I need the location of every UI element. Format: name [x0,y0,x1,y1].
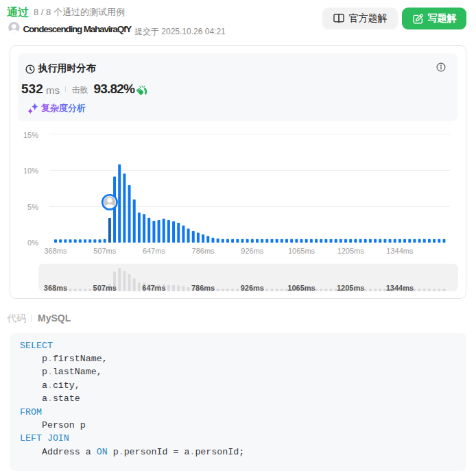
svg-text:786ms: 786ms [191,284,215,292]
svg-text:647ms: 647ms [143,247,166,255]
svg-text:1344ms: 1344ms [386,247,414,255]
svg-text:507ms: 507ms [93,247,117,255]
svg-text:1344ms: 1344ms [386,284,414,292]
svg-text:368ms: 368ms [44,247,67,255]
svg-text:507ms: 507ms [93,284,117,292]
svg-text:1205ms: 1205ms [337,247,365,255]
svg-text:647ms: 647ms [142,284,165,292]
svg-text:926ms: 926ms [241,247,264,255]
svg-text:1205ms: 1205ms [337,284,364,292]
svg-text:368ms: 368ms [44,284,67,292]
svg-text:5%: 5% [27,203,38,211]
svg-text:15%: 15% [23,131,38,139]
svg-text:786ms: 786ms [192,247,215,255]
svg-text:0%: 0% [27,239,38,247]
svg-text:1065ms: 1065ms [288,247,316,255]
svg-text:10%: 10% [23,167,38,175]
svg-text:1065ms: 1065ms [287,284,315,292]
svg-text:926ms: 926ms [241,284,264,292]
